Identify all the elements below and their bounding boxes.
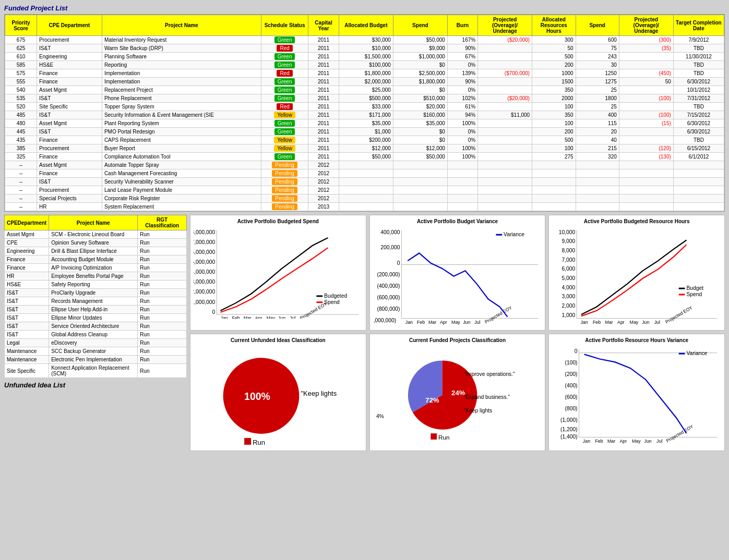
- table-row: Site Specific: [37, 103, 102, 111]
- list-item: Maintenance: [5, 356, 49, 364]
- svg-text:0: 0: [575, 348, 578, 354]
- table-row: [339, 203, 393, 211]
- table-row: $0: [393, 86, 447, 94]
- svg-rect-21: [316, 301, 322, 303]
- table-row: 2012: [308, 194, 339, 203]
- svg-rect-64: [679, 288, 685, 289]
- svg-text:100%: 100%: [244, 391, 270, 402]
- funded-pie-svg: "Improve operations." 24% 72% "Expand bu…: [373, 345, 542, 445]
- table-row: [532, 169, 576, 178]
- list-item: IS&T: [5, 306, 49, 314]
- svg-text:Mar: Mar: [244, 315, 252, 318]
- svg-text:(200,000): (200,000): [377, 272, 400, 277]
- list-item: Ellipse Minor Updates: [49, 314, 138, 322]
- table-row: $160,000: [393, 111, 447, 119]
- svg-text:(100): (100): [565, 360, 578, 366]
- svg-text:Mar: Mar: [428, 320, 436, 325]
- svg-rect-66: [679, 294, 685, 295]
- svg-text:Projected EOY: Projected EOY: [665, 305, 694, 325]
- svg-text:Spend: Spend: [687, 291, 702, 297]
- table-row: $1,800,000: [339, 69, 393, 78]
- table-row: 100%: [447, 153, 477, 161]
- table-row: Topper Spray System: [102, 103, 261, 111]
- table-row: $25,000: [339, 86, 393, 94]
- list-item: Finance: [5, 255, 49, 264]
- table-row: $35,000: [393, 119, 447, 128]
- table-row: Finance: [37, 69, 102, 78]
- table-row: 2011: [308, 36, 339, 44]
- svg-text:5,000: 5,000: [562, 275, 576, 281]
- resource-hours-chart: Active Portfolio Budgeted Resource Hours…: [548, 215, 725, 331]
- table-row: $9,000: [393, 44, 447, 53]
- bottom-charts-row: Current Unfunded Ideas Classification 10…: [190, 334, 725, 451]
- table-row: IS&T: [37, 178, 102, 186]
- table-row: [478, 169, 532, 178]
- svg-text:Mar: Mar: [605, 320, 613, 325]
- table-row: 540: [5, 86, 37, 94]
- table-row: (100): [619, 111, 673, 119]
- table-row: 20: [576, 128, 619, 136]
- svg-text:8,000,000: 8,000,000: [194, 229, 215, 235]
- list-item: Run: [138, 239, 187, 247]
- table-row: [673, 186, 724, 194]
- table-row: Engineering: [37, 53, 102, 61]
- table-row: TBD: [673, 61, 724, 69]
- list-item: Employee Benefits Portal Page: [49, 272, 138, 281]
- table-row: 500: [532, 53, 576, 61]
- table-row: Plant Reporting System: [102, 119, 261, 128]
- table-row: PMO Portal Redesign: [102, 128, 261, 136]
- table-row: $50,000: [339, 153, 393, 161]
- svg-text:Jul: Jul: [474, 320, 480, 325]
- left-col-dept: CPEDepartment: [5, 215, 49, 230]
- table-row: Finance: [37, 169, 102, 178]
- col-header-alloc-hours: Allocated Resources Hours: [532, 15, 576, 36]
- svg-text:1,000: 1,000: [562, 312, 576, 318]
- svg-rect-79: [431, 433, 437, 440]
- svg-text:May: May: [451, 320, 460, 325]
- table-row: [478, 53, 532, 61]
- list-item: IS&T: [5, 331, 49, 339]
- svg-text:9,000: 9,000: [562, 238, 576, 244]
- table-row: 0%: [447, 86, 477, 94]
- table-row: [576, 194, 619, 203]
- unfunded-pie-svg: 100% "Keep lights Run: [194, 345, 363, 446]
- svg-text:(800): (800): [565, 406, 578, 411]
- table-row: 2011: [308, 53, 339, 61]
- table-row: [478, 203, 532, 211]
- table-row: [478, 144, 532, 153]
- list-item: IS&T: [5, 322, 49, 331]
- table-row: 2011: [308, 69, 339, 78]
- table-row: [619, 194, 673, 203]
- table-row: Implementation: [102, 78, 261, 86]
- table-row: $30,000: [339, 36, 393, 44]
- svg-text:3,000: 3,000: [562, 294, 576, 299]
- table-row: 2011: [308, 144, 339, 153]
- table-row: 10/1/2012: [673, 86, 724, 94]
- list-item: Safety Reporting: [49, 281, 138, 289]
- table-row: [478, 44, 532, 53]
- table-row: (300): [619, 36, 673, 44]
- table-row: [619, 61, 673, 69]
- svg-text:Jul: Jul: [654, 320, 660, 325]
- table-row: Planning Software: [102, 53, 261, 61]
- list-item: Global Address Cleanup: [49, 331, 138, 339]
- table-row: Green: [261, 86, 308, 94]
- table-row: $10,000: [339, 44, 393, 53]
- svg-rect-101: [679, 353, 685, 355]
- svg-text:"Improve operations.": "Improve operations.": [463, 371, 515, 377]
- table-row: [339, 178, 393, 186]
- svg-text:8,000: 8,000: [562, 248, 576, 253]
- list-item: Records Management: [49, 297, 138, 306]
- table-row: System Replacement: [102, 203, 261, 211]
- list-item: Electronic Pen Implementation: [49, 356, 138, 364]
- table-row: Green: [261, 78, 308, 86]
- table-row: $0: [393, 136, 447, 144]
- table-row: [619, 136, 673, 144]
- main-table-wrapper: Priority Score CPE Department Project Na…: [4, 14, 725, 212]
- svg-text:Run: Run: [438, 434, 450, 441]
- table-row: Reporting: [102, 61, 261, 69]
- col-header-dept: CPE Department: [37, 15, 102, 36]
- table-row: 625: [5, 44, 37, 53]
- table-row: $1,800,000: [393, 78, 447, 86]
- list-item: Run: [138, 264, 187, 272]
